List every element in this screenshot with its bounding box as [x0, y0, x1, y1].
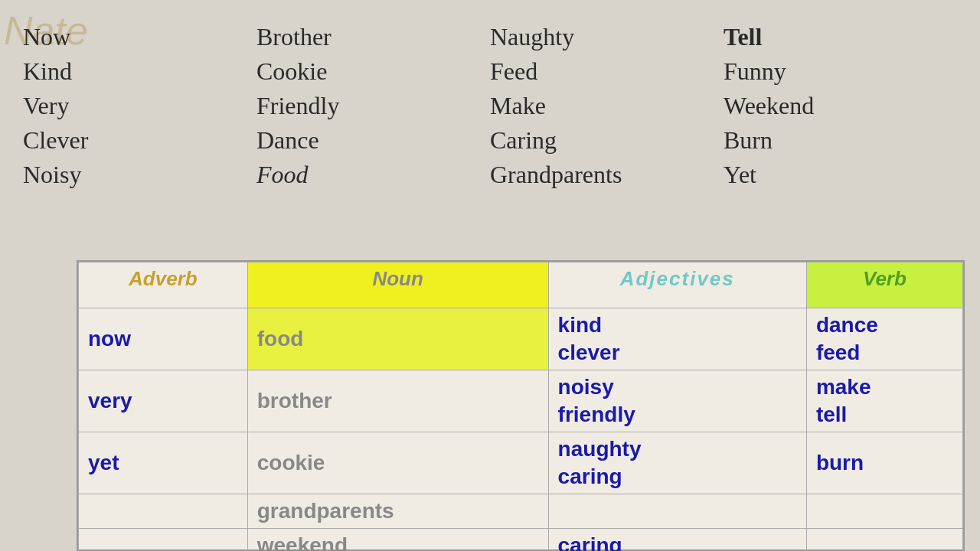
adjective-cell: kind clever — [548, 308, 806, 370]
word-item: Noisy — [23, 161, 256, 189]
word-item: Very — [23, 92, 256, 120]
table-row: weekend caring — [79, 529, 963, 552]
word-item: Yet — [724, 161, 957, 189]
header-verb: Verb — [806, 262, 962, 308]
word-item: Now — [23, 23, 256, 51]
noun-cell: cookie — [247, 432, 548, 494]
classification-table: Adverb Noun Adjectives Verb now food kin… — [77, 260, 965, 551]
verb-cell — [806, 494, 962, 529]
verb-cell: make tell — [806, 370, 962, 432]
header-noun: Noun — [247, 262, 548, 308]
word-item: Dance — [256, 126, 490, 155]
table-row: yet cookie naughty caring burn — [79, 432, 963, 494]
noun-cell: grandparents — [247, 494, 548, 529]
verb-cell: burn — [806, 432, 962, 494]
word-item: Tell — [724, 23, 957, 51]
adverb-cell: very — [79, 370, 248, 432]
word-list-area: Now Kind Very Clever Noisy Brother Cooki… — [0, 0, 980, 253]
word-item: Grandparents — [490, 161, 724, 189]
verb-cell — [806, 529, 962, 552]
noun-cell-highlighted: food — [247, 308, 548, 370]
word-column-3: Naughty Feed Make Caring Grandparents — [490, 15, 724, 237]
adjective-cell: caring — [548, 529, 806, 552]
adverb-cell — [79, 494, 248, 529]
word-column-4: Tell Funny Weekend Burn Yet — [724, 15, 957, 237]
adverb-cell: now — [79, 308, 248, 370]
noun-cell: brother — [247, 370, 548, 432]
word-item: Clever — [23, 126, 256, 155]
verb-cell: dance feed — [806, 308, 962, 370]
word-item: Weekend — [724, 92, 957, 120]
word-item: Naughty — [490, 23, 724, 51]
word-column-2: Brother Cookie Friendly Dance Food — [256, 15, 490, 237]
header-adjectives: Adjectives — [548, 262, 806, 308]
word-item-food: Food — [256, 161, 490, 189]
adjective-cell: noisy friendly — [548, 370, 806, 432]
word-item: Brother — [256, 23, 490, 51]
word-item: Cookie — [256, 57, 490, 86]
adverb-cell — [79, 529, 248, 552]
word-item: Caring — [490, 126, 724, 155]
table-row: grandparents — [79, 494, 963, 529]
word-item: Funny — [724, 57, 957, 86]
header-adverb: Adverb — [79, 262, 248, 308]
adjective-cell — [548, 494, 806, 529]
word-column-1: Now Kind Very Clever Noisy — [23, 15, 256, 237]
table-row: very brother noisy friendly make tell — [79, 370, 963, 432]
word-item: Feed — [490, 57, 724, 86]
word-item: Burn — [724, 126, 957, 155]
word-item: Friendly — [256, 92, 490, 120]
word-item: Make — [490, 92, 724, 120]
table-row: now food kind clever dance feed — [79, 308, 963, 370]
adverb-cell: yet — [79, 432, 248, 494]
noun-cell: weekend — [247, 529, 548, 552]
adjective-cell: naughty caring — [548, 432, 806, 494]
word-item: Kind — [23, 57, 256, 86]
